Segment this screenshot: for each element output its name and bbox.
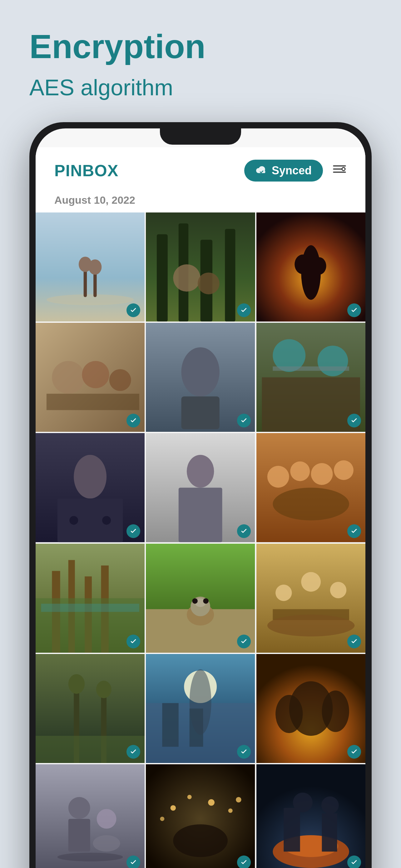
svg-point-71 bbox=[68, 674, 85, 694]
svg-point-83 bbox=[322, 690, 349, 732]
check-badge bbox=[237, 414, 251, 428]
heading-aes: AES algorithm bbox=[29, 75, 372, 100]
svg-point-82 bbox=[275, 695, 303, 733]
check-badge bbox=[237, 856, 251, 868]
cloud-icon bbox=[256, 166, 267, 175]
photo-cell[interactable] bbox=[36, 323, 144, 432]
heading-encryption: Encryption bbox=[29, 28, 372, 65]
check-badge bbox=[347, 303, 361, 317]
svg-point-96 bbox=[236, 797, 241, 802]
synced-label: Synced bbox=[272, 164, 312, 177]
svg-point-40 bbox=[187, 455, 214, 488]
svg-rect-11 bbox=[157, 234, 168, 321]
svg-point-67 bbox=[267, 615, 355, 637]
svg-point-92 bbox=[188, 795, 192, 799]
svg-point-5 bbox=[46, 294, 134, 305]
grid-row bbox=[36, 433, 365, 542]
grid-row bbox=[36, 213, 365, 321]
svg-rect-33 bbox=[273, 367, 349, 371]
svg-rect-77 bbox=[162, 703, 179, 747]
svg-rect-14 bbox=[225, 229, 235, 321]
svg-rect-86 bbox=[68, 819, 90, 852]
check-badge bbox=[127, 856, 140, 868]
photo-cell[interactable] bbox=[36, 433, 144, 542]
photo-cell[interactable] bbox=[36, 213, 144, 321]
svg-point-23 bbox=[82, 361, 109, 388]
svg-point-97 bbox=[173, 825, 228, 857]
photo-cell[interactable] bbox=[36, 544, 144, 653]
svg-point-65 bbox=[330, 582, 346, 598]
photo-cell[interactable] bbox=[257, 433, 365, 542]
filter-icon[interactable] bbox=[332, 163, 347, 178]
svg-point-43 bbox=[267, 466, 289, 488]
grid-row bbox=[36, 764, 365, 868]
svg-rect-54 bbox=[41, 604, 139, 612]
svg-point-20 bbox=[312, 257, 326, 275]
svg-point-89 bbox=[58, 853, 123, 862]
check-badge bbox=[237, 634, 251, 648]
grid-row bbox=[36, 544, 365, 653]
synced-badge[interactable]: Synced bbox=[244, 160, 323, 182]
svg-point-44 bbox=[290, 462, 310, 481]
svg-point-35 bbox=[74, 455, 106, 499]
photo-cell[interactable] bbox=[146, 764, 255, 868]
check-badge bbox=[127, 524, 140, 538]
svg-rect-41 bbox=[179, 488, 222, 542]
header-right: Synced bbox=[244, 160, 347, 182]
notch bbox=[160, 128, 241, 145]
svg-point-91 bbox=[170, 805, 176, 810]
svg-point-24 bbox=[109, 369, 131, 391]
svg-point-47 bbox=[273, 488, 349, 521]
check-badge bbox=[237, 745, 251, 758]
svg-point-85 bbox=[68, 797, 90, 819]
photo-cell[interactable] bbox=[146, 323, 255, 432]
svg-point-60 bbox=[192, 598, 198, 603]
app-header: PINBOX Synced bbox=[36, 147, 365, 191]
svg-rect-102 bbox=[322, 814, 337, 852]
svg-rect-32 bbox=[262, 377, 360, 432]
check-badge bbox=[237, 524, 251, 538]
svg-point-88 bbox=[93, 836, 120, 852]
check-badge bbox=[347, 856, 361, 868]
svg-point-15 bbox=[173, 264, 201, 291]
svg-rect-36 bbox=[58, 499, 123, 542]
check-badge bbox=[237, 303, 251, 317]
phone-inner: PINBOX Synced bbox=[36, 128, 365, 868]
grid-row bbox=[36, 323, 365, 432]
svg-point-19 bbox=[295, 254, 311, 274]
svg-point-63 bbox=[275, 585, 292, 601]
photo-cell[interactable] bbox=[36, 654, 144, 763]
svg-point-103 bbox=[293, 793, 312, 812]
phone-content: PINBOX Synced bbox=[36, 128, 365, 868]
svg-point-94 bbox=[228, 809, 233, 813]
svg-rect-84 bbox=[36, 764, 144, 868]
photo-cell[interactable] bbox=[257, 764, 365, 868]
svg-point-72 bbox=[96, 681, 111, 698]
photo-cell[interactable] bbox=[36, 764, 144, 868]
grid-row bbox=[36, 654, 365, 763]
photo-cell[interactable] bbox=[257, 323, 365, 432]
svg-point-104 bbox=[321, 797, 339, 814]
photo-cell[interactable] bbox=[257, 213, 365, 321]
photo-cell[interactable] bbox=[257, 544, 365, 653]
svg-point-61 bbox=[203, 598, 209, 603]
photo-cell[interactable] bbox=[146, 433, 255, 542]
svg-point-64 bbox=[301, 572, 321, 592]
photo-cell[interactable] bbox=[146, 213, 255, 321]
app-title: PINBOX bbox=[54, 161, 119, 180]
svg-point-95 bbox=[160, 817, 165, 821]
svg-rect-28 bbox=[181, 397, 220, 429]
svg-point-16 bbox=[198, 273, 220, 294]
photo-cell[interactable] bbox=[146, 654, 255, 763]
check-badge bbox=[347, 524, 361, 538]
phone-wrapper: PINBOX Synced bbox=[29, 122, 372, 868]
svg-point-93 bbox=[208, 799, 214, 806]
svg-point-22 bbox=[52, 361, 85, 394]
svg-point-45 bbox=[311, 463, 333, 485]
photo-cell[interactable] bbox=[146, 544, 255, 653]
photo-cell[interactable] bbox=[257, 654, 365, 763]
photo-grid bbox=[36, 213, 365, 868]
svg-point-9 bbox=[89, 259, 101, 275]
page-container: Encryption AES algorithm PINBOX bbox=[0, 0, 401, 868]
check-badge bbox=[347, 634, 361, 648]
